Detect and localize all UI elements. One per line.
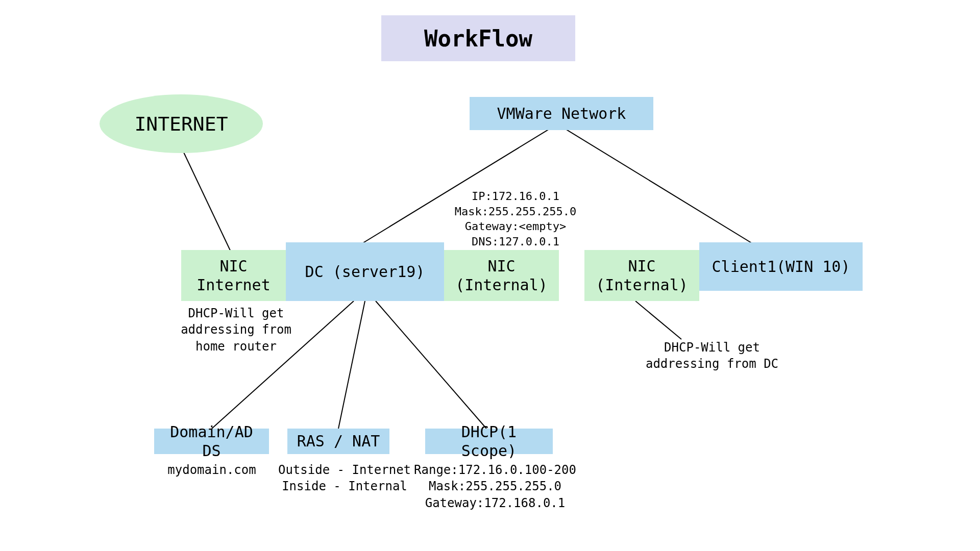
node-ras: RAS / NAT bbox=[287, 429, 389, 454]
node-nic-internal-client: NIC (Internal) bbox=[584, 250, 699, 301]
svg-line-4 bbox=[338, 301, 365, 429]
diagram: WorkFlow INTERNET VMWare Network NIC Int… bbox=[0, 0, 980, 551]
note-nic-internal-client: DHCP-Will get addressing from DC bbox=[630, 339, 794, 372]
note-nic-internal-dc-config: IP:172.16.0.1 Mask:255.255.255.0 Gateway… bbox=[444, 189, 587, 249]
node-client1: Client1(WIN 10) bbox=[699, 242, 863, 291]
note-nic-internet: DHCP-Will get addressing from home route… bbox=[176, 305, 296, 355]
node-dhcp: DHCP(1 Scope) bbox=[425, 429, 553, 454]
note-dhcp: Range:172.16.0.100-200 Mask:255.255.255.… bbox=[411, 462, 579, 511]
svg-line-5 bbox=[376, 301, 486, 429]
svg-line-2 bbox=[566, 129, 763, 250]
svg-line-6 bbox=[635, 301, 681, 339]
node-nic-internet: NIC Internet bbox=[181, 250, 286, 301]
node-nic-internal-dc: NIC (Internal) bbox=[444, 250, 559, 301]
node-vmware-network: VMWare Network bbox=[470, 97, 653, 130]
node-domain: Domain/AD DS bbox=[154, 429, 269, 454]
node-dc: DC (server19) bbox=[286, 242, 444, 301]
note-ras: Outside - Internet Inside - Internal bbox=[271, 462, 419, 495]
note-domain: mydomain.com bbox=[153, 462, 271, 478]
node-internet: INTERNET bbox=[100, 94, 263, 153]
title: WorkFlow bbox=[381, 15, 575, 61]
svg-line-0 bbox=[180, 144, 231, 253]
